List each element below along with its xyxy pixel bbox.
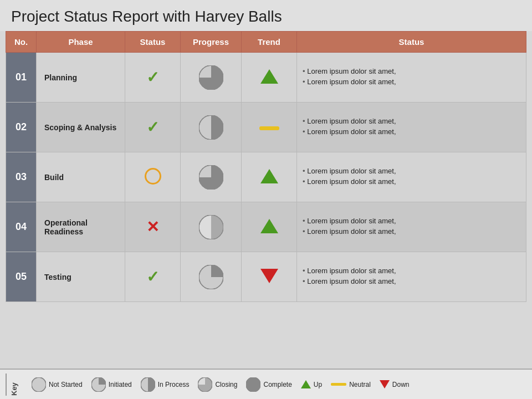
row-trend (242, 53, 297, 103)
row-number: 01 (6, 53, 37, 103)
row-status: ✓ (125, 103, 181, 152)
table-wrapper: No. Phase Status Progress Trend Status 0… (0, 31, 532, 369)
col-progress: Progress (181, 32, 242, 53)
row-notes: Lorem ipsum dolor sit amet,Lorem ipsum d… (297, 152, 526, 202)
check-icon: ✓ (146, 268, 159, 285)
row-trend (242, 252, 297, 302)
row-notes: Lorem ipsum dolor sit amet,Lorem ipsum d… (297, 53, 526, 103)
page-title: Project Status Report with Harvey Balls (0, 0, 532, 31)
legend-item: Closing (198, 377, 237, 392)
note-item: Lorem ipsum dolor sit amet, (303, 167, 523, 175)
row-status: ✕ (125, 202, 181, 252)
note-item: Lorem ipsum dolor sit amet, (303, 117, 523, 125)
legend-label: Up (314, 381, 322, 388)
row-phase: Operational Readiness (37, 202, 125, 252)
table-row: 04Operational Readiness✕ Lorem ipsum dol… (6, 202, 526, 252)
row-progress (181, 152, 242, 202)
legend-label: Down (392, 381, 410, 388)
row-status: ✓ (125, 53, 181, 103)
row-trend (242, 152, 297, 202)
legend-key-label: Key (6, 374, 18, 396)
row-progress (181, 202, 242, 252)
row-notes: Lorem ipsum dolor sit amet,Lorem ipsum d… (297, 252, 526, 302)
note-item: Lorem ipsum dolor sit amet, (303, 78, 523, 86)
row-number: 03 (6, 152, 37, 202)
legend-item: Complete (246, 377, 291, 392)
row-number: 02 (6, 103, 37, 152)
legend-item: Up (301, 380, 322, 388)
check-icon: ✓ (146, 69, 159, 86)
row-progress (181, 252, 242, 302)
trend-up-icon (260, 69, 278, 84)
table-row: 03Build Lorem ipsum dolor sit amet,Lorem… (6, 152, 526, 202)
note-item: Lorem ipsum dolor sit amet, (303, 127, 523, 136)
table-row: 01Planning✓ Lorem ipsum dolor sit amet,L… (6, 53, 526, 103)
note-item: Lorem ipsum dolor sit amet, (303, 217, 523, 225)
check-icon: ✓ (146, 119, 159, 136)
table-row: 02Scoping & Analysis✓ Lorem ipsum dolor … (6, 103, 526, 152)
legend-label: Initiated (109, 381, 132, 388)
row-phase: Planning (37, 53, 125, 103)
row-notes: Lorem ipsum dolor sit amet,Lorem ipsum d… (297, 103, 526, 152)
legend-down-icon (380, 380, 390, 388)
trend-down-icon (260, 269, 278, 283)
legend-up-icon (301, 380, 311, 388)
legend-item: In Process (141, 377, 190, 392)
legend-item: Neutral (331, 381, 371, 388)
note-item: Lorem ipsum dolor sit amet, (303, 67, 523, 75)
main-table: No. Phase Status Progress Trend Status 0… (6, 31, 526, 302)
col-trend: Trend (242, 32, 297, 53)
table-header-row: No. Phase Status Progress Trend Status (6, 32, 526, 53)
row-progress (181, 103, 242, 152)
col-status: Status (125, 32, 181, 53)
note-item: Lorem ipsum dolor sit amet, (303, 267, 523, 275)
page: Project Status Report with Harvey Balls … (0, 0, 532, 399)
note-item: Lorem ipsum dolor sit amet, (303, 277, 523, 285)
row-number: 04 (6, 202, 37, 252)
col-no: No. (6, 32, 37, 53)
legend-label: Not Started (49, 381, 83, 388)
legend-item: Initiated (91, 377, 132, 392)
legend-item: Not Started (32, 377, 83, 392)
legend-label: In Process (158, 381, 190, 388)
trend-up-icon (260, 219, 278, 233)
trend-up-icon (260, 169, 278, 183)
row-number: 05 (6, 252, 37, 302)
row-trend (242, 202, 297, 252)
row-phase: Scoping & Analysis (37, 103, 125, 152)
legend-neutral-icon (331, 383, 346, 386)
legend-items: Not Started Initiated In Process Closing… (32, 377, 526, 392)
legend-label: Neutral (349, 381, 371, 388)
note-item: Lorem ipsum dolor sit amet, (303, 177, 523, 186)
table-body: 01Planning✓ Lorem ipsum dolor sit amet,L… (6, 53, 526, 302)
note-item: Lorem ipsum dolor sit amet, (303, 227, 523, 236)
legend-bar: Key Not Started Initiated In Process Clo… (0, 369, 532, 399)
row-status (125, 152, 181, 202)
row-trend (242, 103, 297, 152)
circle-icon (145, 168, 161, 185)
col-phase: Phase (37, 32, 125, 53)
row-phase: Testing (37, 252, 125, 302)
trend-neutral-icon (259, 126, 279, 130)
col-status-notes: Status (297, 32, 526, 53)
table-row: 05Testing✓ Lorem ipsum dolor sit amet,Lo… (6, 252, 526, 302)
legend-item: Down (380, 380, 410, 388)
x-icon: ✕ (146, 218, 159, 236)
row-status: ✓ (125, 252, 181, 302)
legend-label: Complete (263, 381, 291, 388)
legend-label: Closing (215, 381, 237, 388)
row-phase: Build (37, 152, 125, 202)
row-progress (181, 53, 242, 103)
row-notes: Lorem ipsum dolor sit amet,Lorem ipsum d… (297, 202, 526, 252)
